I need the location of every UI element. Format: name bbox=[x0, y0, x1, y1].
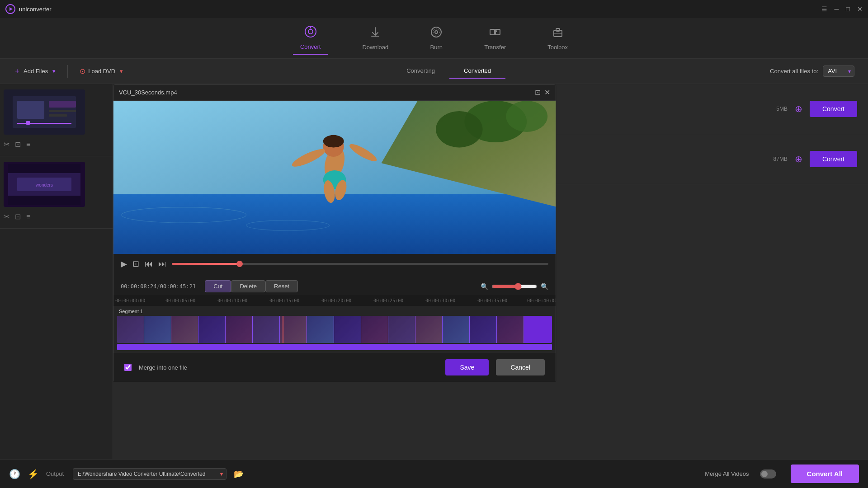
toolbox-nav-icon bbox=[552, 26, 564, 41]
svg-rect-18 bbox=[49, 110, 76, 112]
play-button[interactable]: ▶ bbox=[121, 259, 127, 269]
svg-rect-27 bbox=[8, 196, 80, 205]
preview-overlay: VCU_30Seconds.mp4 ⊡ ✕ bbox=[113, 84, 556, 382]
output-path-dropdown: ▾ bbox=[73, 468, 226, 480]
settings-button-1[interactable]: ≡ bbox=[26, 140, 30, 149]
settings-button-2[interactable]: ≡ bbox=[26, 212, 30, 221]
save-button[interactable]: Save bbox=[445, 359, 489, 375]
time-display: 00:00:08:24 bbox=[121, 283, 156, 290]
download-nav-icon bbox=[369, 26, 382, 41]
main-area: ✂ ⊡ ≡ wonders ✂ bbox=[0, 84, 868, 459]
scissors-button-2[interactable]: ✂ bbox=[4, 212, 9, 221]
crop-button-1[interactable]: ⊡ bbox=[15, 140, 21, 149]
app-logo-icon bbox=[5, 4, 15, 14]
playhead bbox=[283, 316, 283, 343]
merge-area: Merge into one file Save Cancel bbox=[113, 353, 556, 382]
toolbar: ＋ Add Files ▾ ⊙ Load DVD ▾ Converting Co… bbox=[0, 59, 868, 84]
preview-expand-button[interactable]: ⊡ bbox=[535, 88, 541, 97]
conv-size-1: 5MB bbox=[760, 106, 788, 112]
burn-nav-icon bbox=[430, 26, 443, 41]
scissors-button-1[interactable]: ✂ bbox=[4, 140, 9, 149]
close-button[interactable]: ✕ bbox=[857, 5, 863, 13]
convert-nav-icon bbox=[304, 25, 317, 41]
next-frame-button[interactable]: ⏭ bbox=[158, 259, 166, 269]
bottom-bar: 🕐 ⚡ Output ▾ 📂 Merge All Videos Convert … bbox=[0, 459, 868, 488]
reset-button[interactable]: Reset bbox=[265, 280, 298, 292]
load-dvd-dropdown-icon[interactable]: ▾ bbox=[120, 68, 123, 75]
delete-button[interactable]: Delete bbox=[231, 280, 265, 292]
add-files-dropdown-icon[interactable]: ▾ bbox=[52, 68, 56, 75]
file-item-1[interactable]: ✂ ⊡ ≡ bbox=[0, 84, 113, 156]
tab-converting[interactable]: Converting bbox=[392, 64, 449, 79]
file-thumb-1 bbox=[4, 89, 85, 135]
convert-button-1[interactable]: Convert bbox=[810, 101, 857, 117]
playback-controls: ▶ ⊡ ⏮ ⏭ bbox=[113, 254, 556, 274]
svg-text:wonders: wonders bbox=[35, 183, 53, 188]
open-folder-button[interactable]: 📂 bbox=[234, 469, 244, 479]
format-dropdown-wrap: AVI MP4 MKV MOV bbox=[823, 66, 854, 77]
file-item-2-actions: ✂ ⊡ ≡ bbox=[4, 211, 109, 223]
nav-download-label: Download bbox=[362, 44, 388, 51]
track-strip[interactable] bbox=[117, 316, 552, 343]
clock-icon[interactable]: 🕐 bbox=[9, 469, 20, 479]
minimize-button[interactable]: ─ bbox=[835, 5, 839, 13]
nav-burn-label: Burn bbox=[430, 44, 443, 51]
nav-toolbox-label: Toolbox bbox=[547, 44, 568, 51]
preview-title: VCU_30Seconds.mp4 bbox=[119, 89, 177, 96]
svg-rect-5 bbox=[371, 36, 379, 37]
convert-all-button[interactable]: Convert All bbox=[791, 465, 859, 483]
maximize-button[interactable]: □ bbox=[846, 5, 850, 13]
title-bar-left: uniconverter bbox=[5, 4, 52, 14]
segment-label: Segment 1 bbox=[115, 308, 554, 315]
add-files-button[interactable]: ＋ Add Files ▾ bbox=[9, 64, 60, 79]
progress-fill bbox=[172, 263, 240, 265]
preview-titlebar: VCU_30Seconds.mp4 ⊡ ✕ bbox=[113, 84, 556, 101]
nav-convert[interactable]: Convert bbox=[293, 22, 328, 55]
svg-point-37 bbox=[436, 111, 482, 147]
plus-icon: ＋ bbox=[14, 66, 21, 76]
merge-all-toggle[interactable] bbox=[760, 469, 776, 479]
cancel-button[interactable]: Cancel bbox=[496, 359, 545, 375]
output-label: Output bbox=[46, 470, 64, 477]
convert-button-2[interactable]: Convert bbox=[810, 151, 857, 167]
nav-burn[interactable]: Burn bbox=[423, 22, 450, 54]
progress-bar[interactable] bbox=[172, 263, 548, 265]
conv-size-2: 87MB bbox=[760, 156, 788, 162]
nav-transfer[interactable]: Transfer bbox=[477, 22, 513, 54]
audio-icon-1: ⊕ bbox=[795, 103, 802, 114]
format-select[interactable]: AVI MP4 MKV MOV bbox=[823, 66, 854, 77]
fullscreen-button[interactable]: ⊡ bbox=[132, 259, 139, 269]
svg-point-8 bbox=[433, 29, 439, 35]
svg-rect-26 bbox=[8, 164, 80, 173]
svg-point-6 bbox=[431, 27, 441, 37]
load-dvd-button[interactable]: ⊙ Load DVD ▾ bbox=[75, 64, 127, 78]
nav-toolbox[interactable]: Toolbox bbox=[540, 22, 575, 54]
merge-checkbox[interactable] bbox=[124, 364, 132, 371]
cut-button[interactable]: Cut bbox=[205, 280, 231, 292]
merge-label: Merge into one file bbox=[139, 364, 187, 371]
timeline-track: Segment 1 bbox=[113, 306, 556, 353]
time-total: 00:00:45:21 bbox=[160, 283, 196, 290]
video-frame bbox=[113, 101, 556, 254]
lightning-icon[interactable]: ⚡ bbox=[28, 469, 39, 479]
file-item-2[interactable]: wonders ✂ ⊡ ≡ bbox=[0, 156, 113, 229]
timeline-area: 00:00:08:24 / 00:00:45:21 Cut Delete Res… bbox=[113, 274, 556, 382]
svg-rect-16 bbox=[17, 101, 44, 119]
svg-rect-19 bbox=[49, 114, 67, 117]
navigation-bar: Convert Download Burn Tran bbox=[0, 18, 868, 59]
zoom-slider[interactable] bbox=[492, 283, 537, 290]
menu-button[interactable]: ☰ bbox=[821, 5, 827, 13]
tab-converted[interactable]: Converted bbox=[449, 64, 505, 79]
window-controls: ☰ ─ □ ✕ bbox=[821, 5, 863, 13]
crop-button-2[interactable]: ⊡ bbox=[15, 212, 21, 221]
prev-frame-button[interactable]: ⏮ bbox=[145, 259, 153, 269]
output-path-input[interactable] bbox=[73, 468, 226, 480]
svg-marker-4 bbox=[310, 27, 311, 28]
progress-handle[interactable] bbox=[236, 261, 243, 267]
svg-point-3 bbox=[308, 29, 313, 34]
nav-download[interactable]: Download bbox=[355, 22, 396, 54]
video-scene bbox=[113, 101, 556, 254]
svg-rect-21 bbox=[26, 121, 30, 125]
svg-rect-33 bbox=[113, 194, 556, 254]
preview-close-button[interactable]: ✕ bbox=[544, 88, 550, 97]
